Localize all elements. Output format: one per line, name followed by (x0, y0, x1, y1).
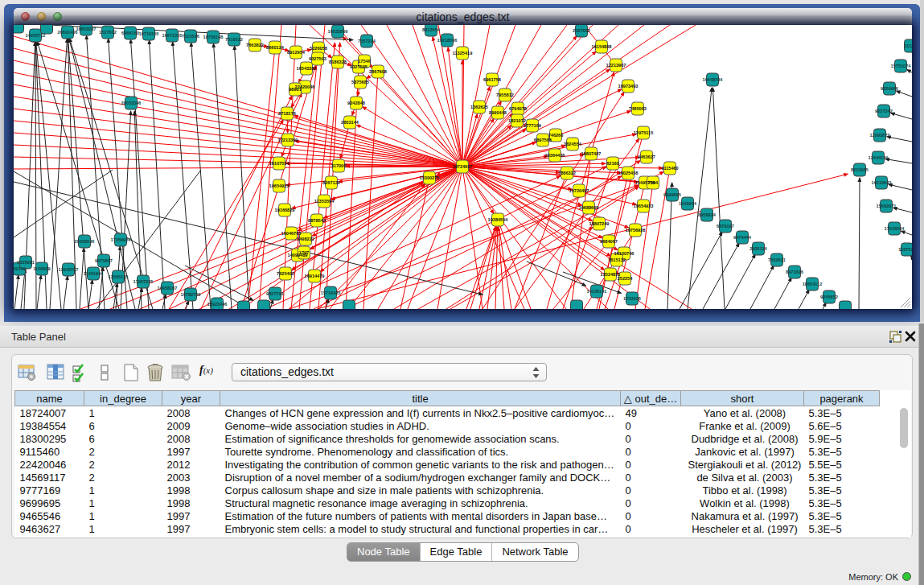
svg-text:2087682: 2087682 (573, 28, 590, 33)
svg-text:16914479: 16914479 (305, 274, 325, 278)
svg-text:16154808: 16154808 (592, 44, 612, 49)
svg-text:1733426: 1733426 (623, 296, 641, 301)
svg-text:6879197: 6879197 (717, 224, 734, 229)
svg-text:10853267: 10853267 (76, 27, 97, 31)
svg-text:1640954: 1640954 (679, 201, 697, 206)
svg-text:12093872: 12093872 (870, 133, 890, 138)
svg-text:19384554: 19384554 (488, 217, 509, 222)
svg-text:16120746: 16120746 (614, 251, 634, 256)
svg-text:12923446: 12923446 (207, 302, 228, 307)
svg-text:9242848: 9242848 (347, 101, 365, 105)
svg-text:252254: 252254 (618, 276, 634, 281)
svg-text:18807249: 18807249 (589, 221, 610, 226)
svg-text:17546: 17546 (358, 59, 371, 64)
svg-text:2718176: 2718176 (278, 111, 296, 116)
svg-text:3824554: 3824554 (564, 142, 582, 146)
svg-text:7516522: 7516522 (225, 37, 243, 42)
svg-text:8990448: 8990448 (489, 110, 507, 115)
svg-text:1797: 1797 (299, 250, 309, 255)
svg-text:7515526: 7515526 (182, 34, 199, 39)
svg-text:12975115: 12975115 (634, 130, 654, 135)
svg-text:8660124: 8660124 (266, 45, 285, 50)
svg-text:8215955: 8215955 (851, 167, 869, 172)
svg-text:15692971: 15692971 (877, 204, 897, 208)
svg-text:20691406: 20691406 (58, 30, 78, 35)
svg-text:12213369: 12213369 (278, 138, 298, 142)
svg-text:12444159: 12444159 (869, 155, 889, 160)
svg-text:9115460: 9115460 (661, 166, 678, 171)
svg-text:9327505: 9327505 (350, 64, 368, 69)
svg-text:2803144: 2803144 (341, 120, 359, 125)
svg-text:17016504: 17016504 (885, 226, 906, 231)
svg-text:9699695: 9699695 (663, 192, 681, 197)
svg-text:16782759: 16782759 (181, 292, 201, 297)
svg-text:9329966: 9329966 (881, 86, 898, 91)
svg-text:7632621: 7632621 (768, 257, 786, 262)
svg-text:11124: 11124 (905, 43, 912, 48)
svg-text:1156829: 1156829 (33, 266, 50, 271)
svg-text:10719155: 10719155 (139, 31, 159, 36)
svg-text:7594: 7594 (648, 180, 659, 185)
svg-text:9777169: 9777169 (524, 123, 541, 128)
svg-text:1615132: 1615132 (608, 257, 626, 262)
svg-text:15751074: 15751074 (891, 64, 912, 68)
svg-text:14136141: 14136141 (587, 289, 607, 294)
svg-text:7663822: 7663822 (246, 43, 264, 47)
svg-text:18724007: 18724007 (453, 164, 473, 169)
svg-text:2867608: 2867608 (369, 69, 387, 74)
svg-text:20364436: 20364436 (545, 153, 565, 158)
svg-text:17359924: 17359924 (111, 237, 132, 242)
svg-text:39159: 39159 (14, 266, 26, 271)
svg-text:10958107: 10958107 (158, 286, 178, 290)
svg-text:5226058: 5226058 (310, 46, 327, 51)
svg-text:1335081: 1335081 (17, 260, 35, 265)
svg-text:10973493: 10973493 (618, 84, 639, 89)
svg-text:19756928: 19756928 (626, 228, 646, 233)
svg-text:7886322: 7886322 (558, 171, 576, 175)
svg-text:17957225: 17957225 (133, 279, 154, 284)
svg-text:9227342: 9227342 (875, 109, 893, 113)
svg-text:9684067: 9684067 (600, 239, 618, 244)
svg-text:10807487: 10807487 (581, 151, 602, 156)
svg-text:19654923: 19654923 (634, 204, 654, 208)
svg-text:6466160: 6466160 (121, 31, 139, 35)
svg-text:16210643: 16210643 (872, 180, 892, 185)
svg-text:746266: 746266 (548, 133, 564, 138)
svg-text:8471626: 8471626 (786, 270, 803, 274)
svg-text:16671355: 16671355 (162, 33, 183, 38)
svg-text:11353594: 11353594 (314, 199, 335, 204)
svg-text:10107554: 10107554 (269, 161, 290, 166)
svg-text:7357224: 7357224 (358, 39, 376, 43)
svg-text:10688609: 10688609 (579, 205, 599, 210)
svg-text:19218506: 19218506 (437, 38, 458, 43)
svg-text:15716485: 15716485 (321, 290, 341, 295)
svg-text:16033809: 16033809 (328, 29, 348, 34)
svg-text:6961758: 6961758 (483, 77, 501, 82)
svg-text:19166829: 19166829 (275, 208, 295, 212)
svg-text:16046765: 16046765 (281, 231, 302, 236)
svg-text:8912954: 8912954 (287, 50, 306, 55)
svg-text:10025458: 10025458 (618, 171, 639, 175)
svg-text:14055712: 14055712 (26, 33, 46, 38)
svg-text:9857791: 9857791 (266, 291, 284, 296)
svg-text:11325419: 11325419 (453, 51, 473, 56)
svg-text:9463627: 9463627 (638, 154, 655, 159)
svg-text:20206536: 20206536 (75, 239, 95, 244)
svg-text:8958924: 8958924 (698, 212, 717, 217)
svg-text:10756148: 10756148 (203, 35, 224, 39)
svg-text:7955812: 7955812 (496, 93, 514, 97)
svg-text:7625402: 7625402 (277, 271, 294, 276)
svg-text:2935114: 2935114 (749, 246, 767, 251)
svg-text:7485063: 7485063 (629, 106, 647, 111)
svg-text:1362625: 1362625 (470, 105, 488, 109)
svg-text:9474444: 9474444 (733, 235, 752, 240)
svg-text:8878542: 8878542 (308, 218, 326, 223)
svg-text:12505135: 12505135 (109, 274, 129, 279)
svg-text:62160: 62160 (606, 161, 619, 166)
svg-text:19654923: 19654923 (269, 183, 290, 188)
svg-text:5498222: 5498222 (297, 237, 314, 241)
svg-text:6794078: 6794078 (509, 106, 527, 111)
svg-text:1167533: 1167533 (898, 247, 912, 252)
svg-text:6897568: 6897568 (534, 138, 552, 142)
svg-text:1527602: 1527602 (99, 30, 117, 35)
